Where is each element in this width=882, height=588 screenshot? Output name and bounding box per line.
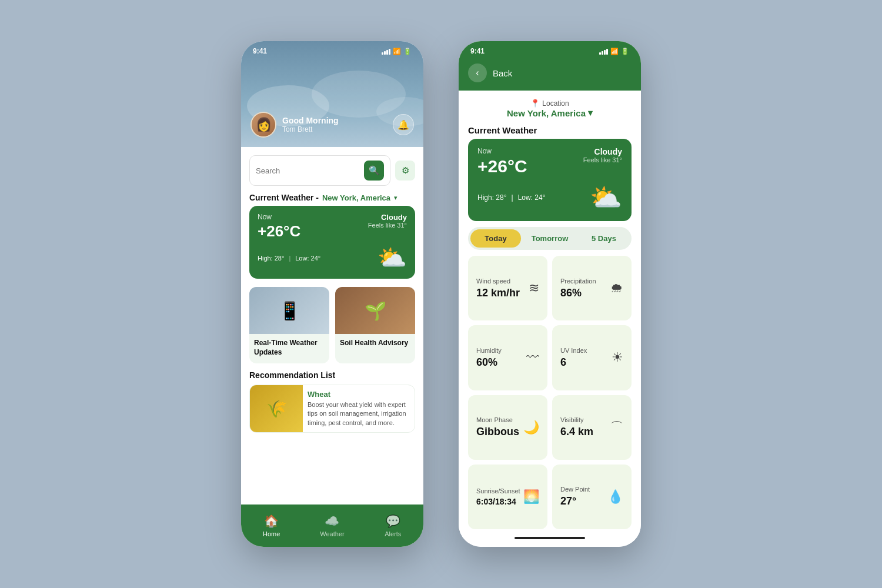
greeting-text: Good Morning Tom Brett	[282, 116, 339, 133]
wc2-condition: Cloudy	[583, 147, 622, 156]
nav-alerts[interactable]: 💬 Alerts	[363, 514, 423, 537]
precipitation-icon: 🌧	[610, 280, 623, 296]
feature-card-weather[interactable]: 📱 Real-Time Weather Updates	[249, 287, 329, 363]
bottom-nav: 🏠 Home ☁️ Weather 💬 Alerts	[241, 505, 423, 547]
back-row: ‹ Back	[459, 59, 641, 91]
location-chevron-icon: ▾	[394, 194, 397, 202]
weather-card: Now +26°C Cloudy Feels like 31° High: 28…	[249, 206, 415, 279]
rec-card[interactable]: 🌾 Wheat Boost your wheat yield with expe…	[249, 385, 415, 433]
wc2-hl: High: 28° | Low: 24°	[477, 193, 545, 202]
current-weather-title: Current Weather	[459, 122, 641, 139]
detail-sunrise-left: Sunrise/Sunset 6:03/18:34	[476, 487, 520, 506]
detail-precipitation: Precipitation 86% 🌧	[552, 256, 632, 320]
signal-icon	[382, 48, 390, 55]
feature-label-soil: Soil Health Advisory	[335, 334, 415, 353]
search-box: 🔍	[249, 155, 390, 186]
detail-humidity-label: Humidity	[476, 347, 502, 354]
rec-desc: Boost your wheat yield with expert tips …	[308, 400, 410, 427]
nav-home[interactable]: 🏠 Home	[241, 514, 302, 537]
weather-header: 9:41 📶 🔋 ‹ Back	[459, 41, 641, 91]
feature-cards: 📱 Real-Time Weather Updates 🌱 Soil Healt…	[241, 285, 423, 369]
weather-details-grid: Wind speed 12 km/hr ≋ Precipitation 86% …	[459, 256, 641, 529]
home-indicator	[459, 529, 641, 547]
detail-humidity-value: 60%	[476, 356, 502, 369]
location-chevron-icon: ▾	[588, 108, 593, 118]
weather-cloudy-icon: ⛅	[377, 244, 407, 272]
detail-dew-label: Dew Point	[560, 486, 590, 493]
rec-section-title: Recommendation List	[249, 370, 415, 380]
detail-sunrise: Sunrise/Sunset 6:03/18:34 🌅	[468, 465, 547, 529]
phone-home: 9:41 📶 🔋 👩 Good Morning Tom Bre	[241, 41, 423, 547]
search-row: 🔍 ⚙	[241, 147, 423, 191]
battery-icon: 🔋	[403, 48, 412, 55]
weather-condition: Cloudy	[368, 213, 407, 222]
avatar-face: 👩	[252, 113, 275, 136]
tab-5days[interactable]: 5 Days	[579, 229, 629, 248]
detail-uv-label: UV Index	[560, 347, 587, 354]
greeting-line: Good Morning	[282, 116, 339, 125]
nav-home-label: Home	[263, 530, 280, 537]
header-content: 👩 Good Morning Tom Brett 🔔	[250, 112, 414, 138]
back-button[interactable]: ‹	[468, 64, 487, 82]
weather-card-bottom: High: 28° | Low: 24° ⛅	[258, 244, 407, 272]
detail-sunrise-label: Sunrise/Sunset	[476, 487, 520, 495]
feature-img-soil: 🌱	[335, 287, 415, 334]
home-icon: 🏠	[264, 514, 279, 528]
location-label-text: Location	[542, 99, 569, 108]
detail-visibility: Visibility 6.4 km ⌒	[552, 395, 632, 460]
search-button[interactable]: 🔍	[364, 161, 384, 181]
wifi-icon: 📶	[393, 48, 401, 55]
rec-content: Wheat Boost your wheat yield with expert…	[303, 385, 415, 432]
detail-moon-left: Moon Phase Gibbous	[476, 416, 519, 438]
user-info: 👩 Good Morning Tom Brett	[250, 112, 339, 138]
wc2-temp: +26°C	[477, 156, 527, 176]
avatar: 👩	[250, 112, 276, 138]
detail-wind-value: 12 km/hr	[476, 287, 520, 299]
detail-sunrise-value: 6:03/18:34	[476, 497, 520, 506]
detail-wind: Wind speed 12 km/hr ≋	[468, 256, 547, 320]
weather-right: Cloudy Feels like 31°	[368, 213, 407, 229]
alerts-icon: 💬	[386, 514, 400, 528]
notification-button[interactable]: 🔔	[393, 114, 414, 135]
feature-label-weather: Real-Time Weather Updates	[249, 334, 329, 362]
home-body: 🔍 ⚙ Current Weather - New York, America …	[241, 147, 423, 505]
user-name: Tom Brett	[282, 125, 339, 133]
detail-wind-left: Wind speed 12 km/hr	[476, 278, 520, 299]
tab-tomorrow[interactable]: Tomorrow	[524, 229, 575, 248]
wc2-right: Cloudy Feels like 31°	[583, 147, 622, 163]
detail-precip-value: 86%	[560, 287, 596, 299]
nav-alerts-label: Alerts	[385, 530, 401, 537]
detail-uv-value: 6	[560, 356, 587, 369]
wc2-low: Low: 24°	[518, 193, 546, 202]
weather-now-label: Now	[258, 213, 300, 221]
detail-moon-label: Moon Phase	[476, 416, 519, 423]
detail-moon-value: Gibbous	[476, 426, 519, 438]
detail-precip-label: Precipitation	[560, 278, 596, 285]
nav-weather[interactable]: ☁️ Weather	[302, 514, 362, 537]
detail-precip-left: Precipitation 86%	[560, 278, 596, 299]
detail-humidity: Humidity 60% 〰	[468, 325, 547, 390]
feature-card-soil[interactable]: 🌱 Soil Health Advisory	[335, 287, 415, 363]
uv-icon: ☀	[612, 350, 623, 365]
detail-dew-value: 27°	[560, 495, 590, 507]
search-input[interactable]	[256, 166, 360, 175]
filter-button[interactable]: ⚙	[395, 161, 415, 181]
weather-location[interactable]: New York, America	[322, 193, 390, 202]
weather-hl: High: 28° | Low: 24°	[258, 255, 320, 262]
wifi-icon-2: 📶	[610, 48, 619, 55]
hl-divider: |	[289, 255, 290, 262]
status-bar-2: 9:41 📶 🔋	[459, 41, 641, 59]
phone-weather: 9:41 📶 🔋 ‹ Back 📍 Location	[459, 41, 641, 547]
tab-today[interactable]: Today	[470, 229, 521, 248]
dew-icon: 💧	[607, 489, 623, 505]
visibility-icon: ⌒	[610, 419, 623, 436]
wc2-high: High: 28°	[477, 193, 507, 202]
location-header: 📍 Location New York, America ▾	[459, 91, 641, 122]
detail-vis-value: 6.4 km	[560, 426, 593, 438]
rec-image: 🌾	[250, 385, 303, 432]
status-icons: 📶 🔋	[382, 48, 412, 55]
wind-icon: ≋	[529, 280, 539, 296]
location-label: 📍 Location	[468, 99, 632, 108]
weather-main: Now +26°C	[258, 213, 300, 240]
location-name[interactable]: New York, America ▾	[468, 108, 632, 118]
